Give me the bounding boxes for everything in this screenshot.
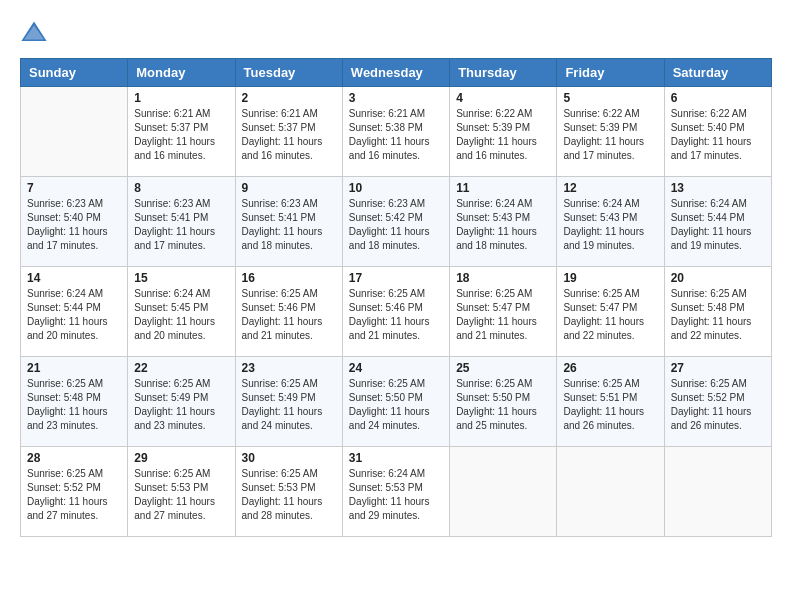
day-info: Sunrise: 6:25 AMSunset: 5:47 PMDaylight:… xyxy=(456,287,550,343)
logo xyxy=(20,20,52,48)
calendar-cell: 1Sunrise: 6:21 AMSunset: 5:37 PMDaylight… xyxy=(128,87,235,177)
day-number: 30 xyxy=(242,451,336,465)
calendar-cell xyxy=(664,447,771,537)
calendar-cell: 7Sunrise: 6:23 AMSunset: 5:40 PMDaylight… xyxy=(21,177,128,267)
day-info: Sunrise: 6:25 AMSunset: 5:50 PMDaylight:… xyxy=(349,377,443,433)
day-number: 25 xyxy=(456,361,550,375)
weekday-header-sunday: Sunday xyxy=(21,59,128,87)
day-number: 10 xyxy=(349,181,443,195)
day-number: 3 xyxy=(349,91,443,105)
day-info: Sunrise: 6:25 AMSunset: 5:52 PMDaylight:… xyxy=(27,467,121,523)
calendar-cell: 19Sunrise: 6:25 AMSunset: 5:47 PMDayligh… xyxy=(557,267,664,357)
calendar-cell: 12Sunrise: 6:24 AMSunset: 5:43 PMDayligh… xyxy=(557,177,664,267)
day-info: Sunrise: 6:25 AMSunset: 5:48 PMDaylight:… xyxy=(671,287,765,343)
day-number: 19 xyxy=(563,271,657,285)
day-number: 22 xyxy=(134,361,228,375)
day-number: 5 xyxy=(563,91,657,105)
weekday-header-monday: Monday xyxy=(128,59,235,87)
day-number: 28 xyxy=(27,451,121,465)
logo-icon xyxy=(20,20,48,48)
day-number: 24 xyxy=(349,361,443,375)
day-info: Sunrise: 6:25 AMSunset: 5:53 PMDaylight:… xyxy=(134,467,228,523)
day-number: 1 xyxy=(134,91,228,105)
calendar-cell: 21Sunrise: 6:25 AMSunset: 5:48 PMDayligh… xyxy=(21,357,128,447)
day-number: 29 xyxy=(134,451,228,465)
day-info: Sunrise: 6:25 AMSunset: 5:47 PMDaylight:… xyxy=(563,287,657,343)
day-info: Sunrise: 6:25 AMSunset: 5:53 PMDaylight:… xyxy=(242,467,336,523)
day-number: 17 xyxy=(349,271,443,285)
weekday-header-friday: Friday xyxy=(557,59,664,87)
day-info: Sunrise: 6:24 AMSunset: 5:44 PMDaylight:… xyxy=(671,197,765,253)
calendar-cell: 4Sunrise: 6:22 AMSunset: 5:39 PMDaylight… xyxy=(450,87,557,177)
day-info: Sunrise: 6:23 AMSunset: 5:42 PMDaylight:… xyxy=(349,197,443,253)
day-info: Sunrise: 6:24 AMSunset: 5:45 PMDaylight:… xyxy=(134,287,228,343)
day-number: 13 xyxy=(671,181,765,195)
calendar-cell: 3Sunrise: 6:21 AMSunset: 5:38 PMDaylight… xyxy=(342,87,449,177)
calendar-cell: 15Sunrise: 6:24 AMSunset: 5:45 PMDayligh… xyxy=(128,267,235,357)
day-info: Sunrise: 6:24 AMSunset: 5:44 PMDaylight:… xyxy=(27,287,121,343)
calendar-cell: 30Sunrise: 6:25 AMSunset: 5:53 PMDayligh… xyxy=(235,447,342,537)
day-info: Sunrise: 6:25 AMSunset: 5:49 PMDaylight:… xyxy=(242,377,336,433)
weekday-header-tuesday: Tuesday xyxy=(235,59,342,87)
day-number: 12 xyxy=(563,181,657,195)
calendar-week-row: 28Sunrise: 6:25 AMSunset: 5:52 PMDayligh… xyxy=(21,447,772,537)
calendar-cell: 25Sunrise: 6:25 AMSunset: 5:50 PMDayligh… xyxy=(450,357,557,447)
day-info: Sunrise: 6:25 AMSunset: 5:46 PMDaylight:… xyxy=(349,287,443,343)
day-number: 7 xyxy=(27,181,121,195)
weekday-header-row: SundayMondayTuesdayWednesdayThursdayFrid… xyxy=(21,59,772,87)
weekday-header-saturday: Saturday xyxy=(664,59,771,87)
day-info: Sunrise: 6:25 AMSunset: 5:48 PMDaylight:… xyxy=(27,377,121,433)
day-number: 8 xyxy=(134,181,228,195)
calendar-cell: 20Sunrise: 6:25 AMSunset: 5:48 PMDayligh… xyxy=(664,267,771,357)
calendar-cell: 8Sunrise: 6:23 AMSunset: 5:41 PMDaylight… xyxy=(128,177,235,267)
calendar-cell: 9Sunrise: 6:23 AMSunset: 5:41 PMDaylight… xyxy=(235,177,342,267)
day-number: 11 xyxy=(456,181,550,195)
calendar-cell: 29Sunrise: 6:25 AMSunset: 5:53 PMDayligh… xyxy=(128,447,235,537)
page-header xyxy=(20,20,772,48)
calendar-cell xyxy=(21,87,128,177)
calendar-cell: 28Sunrise: 6:25 AMSunset: 5:52 PMDayligh… xyxy=(21,447,128,537)
calendar-cell: 23Sunrise: 6:25 AMSunset: 5:49 PMDayligh… xyxy=(235,357,342,447)
day-number: 27 xyxy=(671,361,765,375)
day-number: 23 xyxy=(242,361,336,375)
day-info: Sunrise: 6:25 AMSunset: 5:50 PMDaylight:… xyxy=(456,377,550,433)
calendar-cell: 27Sunrise: 6:25 AMSunset: 5:52 PMDayligh… xyxy=(664,357,771,447)
calendar-cell: 10Sunrise: 6:23 AMSunset: 5:42 PMDayligh… xyxy=(342,177,449,267)
day-info: Sunrise: 6:23 AMSunset: 5:40 PMDaylight:… xyxy=(27,197,121,253)
calendar-cell: 14Sunrise: 6:24 AMSunset: 5:44 PMDayligh… xyxy=(21,267,128,357)
calendar-cell: 26Sunrise: 6:25 AMSunset: 5:51 PMDayligh… xyxy=(557,357,664,447)
day-number: 6 xyxy=(671,91,765,105)
day-info: Sunrise: 6:22 AMSunset: 5:39 PMDaylight:… xyxy=(563,107,657,163)
day-info: Sunrise: 6:25 AMSunset: 5:52 PMDaylight:… xyxy=(671,377,765,433)
calendar-cell: 5Sunrise: 6:22 AMSunset: 5:39 PMDaylight… xyxy=(557,87,664,177)
day-info: Sunrise: 6:22 AMSunset: 5:39 PMDaylight:… xyxy=(456,107,550,163)
calendar-week-row: 7Sunrise: 6:23 AMSunset: 5:40 PMDaylight… xyxy=(21,177,772,267)
day-info: Sunrise: 6:23 AMSunset: 5:41 PMDaylight:… xyxy=(134,197,228,253)
day-number: 20 xyxy=(671,271,765,285)
calendar-week-row: 14Sunrise: 6:24 AMSunset: 5:44 PMDayligh… xyxy=(21,267,772,357)
day-number: 21 xyxy=(27,361,121,375)
day-number: 9 xyxy=(242,181,336,195)
day-number: 14 xyxy=(27,271,121,285)
day-info: Sunrise: 6:22 AMSunset: 5:40 PMDaylight:… xyxy=(671,107,765,163)
day-info: Sunrise: 6:24 AMSunset: 5:53 PMDaylight:… xyxy=(349,467,443,523)
day-info: Sunrise: 6:21 AMSunset: 5:38 PMDaylight:… xyxy=(349,107,443,163)
day-info: Sunrise: 6:24 AMSunset: 5:43 PMDaylight:… xyxy=(563,197,657,253)
day-number: 26 xyxy=(563,361,657,375)
day-info: Sunrise: 6:21 AMSunset: 5:37 PMDaylight:… xyxy=(134,107,228,163)
day-number: 4 xyxy=(456,91,550,105)
day-number: 31 xyxy=(349,451,443,465)
calendar-cell xyxy=(557,447,664,537)
calendar-cell: 16Sunrise: 6:25 AMSunset: 5:46 PMDayligh… xyxy=(235,267,342,357)
calendar-cell: 31Sunrise: 6:24 AMSunset: 5:53 PMDayligh… xyxy=(342,447,449,537)
day-number: 15 xyxy=(134,271,228,285)
calendar-week-row: 1Sunrise: 6:21 AMSunset: 5:37 PMDaylight… xyxy=(21,87,772,177)
day-info: Sunrise: 6:25 AMSunset: 5:51 PMDaylight:… xyxy=(563,377,657,433)
day-info: Sunrise: 6:25 AMSunset: 5:49 PMDaylight:… xyxy=(134,377,228,433)
day-number: 16 xyxy=(242,271,336,285)
calendar-cell: 17Sunrise: 6:25 AMSunset: 5:46 PMDayligh… xyxy=(342,267,449,357)
day-info: Sunrise: 6:23 AMSunset: 5:41 PMDaylight:… xyxy=(242,197,336,253)
weekday-header-wednesday: Wednesday xyxy=(342,59,449,87)
calendar-table: SundayMondayTuesdayWednesdayThursdayFrid… xyxy=(20,58,772,537)
calendar-cell: 22Sunrise: 6:25 AMSunset: 5:49 PMDayligh… xyxy=(128,357,235,447)
